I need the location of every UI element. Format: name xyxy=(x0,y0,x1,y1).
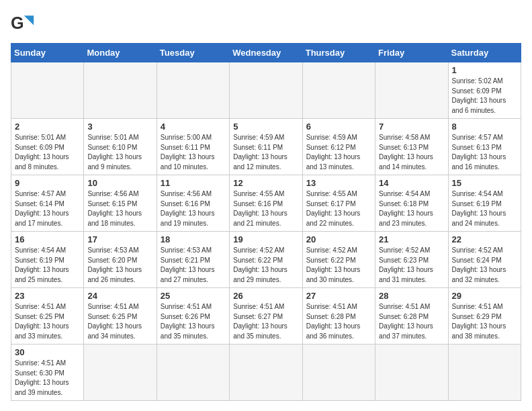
calendar-day-cell xyxy=(11,62,84,119)
day-info: Sunrise: 4:51 AM Sunset: 6:27 PM Dayligh… xyxy=(233,302,298,341)
calendar-day-cell: 2Sunrise: 5:01 AM Sunset: 6:09 PM Daylig… xyxy=(11,119,84,175)
calendar-day-cell: 15Sunrise: 4:54 AM Sunset: 6:19 PM Dayli… xyxy=(448,175,521,232)
svg-marker-1 xyxy=(24,15,34,25)
calendar-week-row: 9Sunrise: 4:57 AM Sunset: 6:14 PM Daylig… xyxy=(11,175,521,232)
day-number: 27 xyxy=(306,291,371,301)
calendar-day-cell: 16Sunrise: 4:54 AM Sunset: 6:19 PM Dayli… xyxy=(11,232,84,288)
day-info: Sunrise: 4:55 AM Sunset: 6:17 PM Dayligh… xyxy=(306,189,371,228)
calendar-day-cell xyxy=(84,345,157,401)
day-number: 11 xyxy=(161,178,226,188)
svg-text:G: G xyxy=(11,13,24,32)
calendar-day-cell: 1Sunrise: 5:02 AM Sunset: 6:09 PM Daylig… xyxy=(448,62,521,119)
calendar-day-cell: 3Sunrise: 5:01 AM Sunset: 6:10 PM Daylig… xyxy=(84,119,157,175)
day-info: Sunrise: 5:02 AM Sunset: 6:09 PM Dayligh… xyxy=(452,77,517,116)
day-number: 24 xyxy=(87,291,152,301)
day-info: Sunrise: 4:51 AM Sunset: 6:25 PM Dayligh… xyxy=(87,302,152,341)
day-info: Sunrise: 5:01 AM Sunset: 6:09 PM Dayligh… xyxy=(15,133,80,172)
weekday-header: Friday xyxy=(375,44,448,62)
calendar-week-row: 2Sunrise: 5:01 AM Sunset: 6:09 PM Daylig… xyxy=(11,119,521,175)
day-info: Sunrise: 4:56 AM Sunset: 6:16 PM Dayligh… xyxy=(161,189,226,228)
day-info: Sunrise: 4:55 AM Sunset: 6:16 PM Dayligh… xyxy=(233,189,298,228)
calendar-header-row: SundayMondayTuesdayWednesdayThursdayFrid… xyxy=(11,44,521,62)
weekday-header: Wednesday xyxy=(230,44,302,62)
calendar-day-cell xyxy=(84,62,157,119)
calendar-day-cell: 19Sunrise: 4:52 AM Sunset: 6:22 PM Dayli… xyxy=(230,232,302,288)
day-info: Sunrise: 4:51 AM Sunset: 6:25 PM Dayligh… xyxy=(15,302,80,341)
day-number: 18 xyxy=(161,234,226,244)
calendar-week-row: 30Sunrise: 4:51 AM Sunset: 6:30 PM Dayli… xyxy=(11,345,521,401)
day-info: Sunrise: 4:58 AM Sunset: 6:13 PM Dayligh… xyxy=(379,133,444,172)
day-info: Sunrise: 4:53 AM Sunset: 6:20 PM Dayligh… xyxy=(87,246,152,285)
day-number: 23 xyxy=(15,291,80,301)
day-number: 28 xyxy=(379,291,444,301)
day-number: 19 xyxy=(233,234,298,244)
calendar-day-cell: 11Sunrise: 4:56 AM Sunset: 6:16 PM Dayli… xyxy=(157,175,229,232)
day-number: 13 xyxy=(306,178,371,188)
calendar-week-row: 16Sunrise: 4:54 AM Sunset: 6:19 PM Dayli… xyxy=(11,232,521,288)
weekday-header: Thursday xyxy=(302,44,375,62)
calendar-day-cell: 30Sunrise: 4:51 AM Sunset: 6:30 PM Dayli… xyxy=(11,345,84,401)
day-number: 22 xyxy=(452,234,517,244)
day-info: Sunrise: 4:52 AM Sunset: 6:23 PM Dayligh… xyxy=(379,246,444,285)
calendar-day-cell xyxy=(448,345,521,401)
calendar-day-cell: 17Sunrise: 4:53 AM Sunset: 6:20 PM Dayli… xyxy=(84,232,157,288)
calendar-day-cell xyxy=(157,62,229,119)
weekday-header: Saturday xyxy=(448,44,521,62)
day-number: 25 xyxy=(161,291,226,301)
day-info: Sunrise: 4:59 AM Sunset: 6:12 PM Dayligh… xyxy=(306,133,371,172)
calendar-week-row: 23Sunrise: 4:51 AM Sunset: 6:25 PM Dayli… xyxy=(11,288,521,345)
calendar-day-cell xyxy=(302,345,375,401)
day-info: Sunrise: 4:52 AM Sunset: 6:22 PM Dayligh… xyxy=(233,246,298,285)
calendar-day-cell xyxy=(375,345,448,401)
day-number: 16 xyxy=(15,234,80,244)
day-number: 20 xyxy=(306,234,371,244)
calendar-day-cell xyxy=(302,62,375,119)
day-info: Sunrise: 5:00 AM Sunset: 6:11 PM Dayligh… xyxy=(161,133,226,172)
page-header: G xyxy=(11,11,521,35)
calendar-day-cell xyxy=(230,345,302,401)
day-info: Sunrise: 4:57 AM Sunset: 6:13 PM Dayligh… xyxy=(452,133,517,172)
calendar-day-cell: 29Sunrise: 4:51 AM Sunset: 6:29 PM Dayli… xyxy=(448,288,521,345)
day-number: 5 xyxy=(233,122,298,132)
day-number: 17 xyxy=(87,234,152,244)
calendar-day-cell: 27Sunrise: 4:51 AM Sunset: 6:28 PM Dayli… xyxy=(302,288,375,345)
calendar-day-cell xyxy=(157,345,229,401)
day-number: 2 xyxy=(15,122,80,132)
day-number: 6 xyxy=(306,122,371,132)
calendar-day-cell xyxy=(230,62,302,119)
calendar-day-cell: 21Sunrise: 4:52 AM Sunset: 6:23 PM Dayli… xyxy=(375,232,448,288)
calendar-day-cell: 6Sunrise: 4:59 AM Sunset: 6:12 PM Daylig… xyxy=(302,119,375,175)
calendar-day-cell: 12Sunrise: 4:55 AM Sunset: 6:16 PM Dayli… xyxy=(230,175,302,232)
calendar-day-cell: 10Sunrise: 4:56 AM Sunset: 6:15 PM Dayli… xyxy=(84,175,157,232)
day-number: 15 xyxy=(452,178,517,188)
day-info: Sunrise: 4:54 AM Sunset: 6:18 PM Dayligh… xyxy=(379,189,444,228)
day-number: 10 xyxy=(87,178,152,188)
day-info: Sunrise: 4:53 AM Sunset: 6:21 PM Dayligh… xyxy=(161,246,226,285)
day-info: Sunrise: 4:54 AM Sunset: 6:19 PM Dayligh… xyxy=(15,246,80,285)
day-number: 7 xyxy=(379,122,444,132)
day-info: Sunrise: 4:51 AM Sunset: 6:26 PM Dayligh… xyxy=(161,302,226,341)
day-info: Sunrise: 4:51 AM Sunset: 6:30 PM Dayligh… xyxy=(15,359,80,398)
day-info: Sunrise: 4:52 AM Sunset: 6:24 PM Dayligh… xyxy=(452,246,517,285)
weekday-header: Sunday xyxy=(11,44,84,62)
day-number: 30 xyxy=(15,347,80,357)
day-info: Sunrise: 4:57 AM Sunset: 6:14 PM Dayligh… xyxy=(15,189,80,228)
logo: G xyxy=(11,11,38,35)
calendar-day-cell: 24Sunrise: 4:51 AM Sunset: 6:25 PM Dayli… xyxy=(84,288,157,345)
calendar-day-cell: 18Sunrise: 4:53 AM Sunset: 6:21 PM Dayli… xyxy=(157,232,229,288)
day-number: 9 xyxy=(15,178,80,188)
calendar-day-cell xyxy=(375,62,448,119)
day-number: 12 xyxy=(233,178,298,188)
calendar-day-cell: 9Sunrise: 4:57 AM Sunset: 6:14 PM Daylig… xyxy=(11,175,84,232)
calendar-week-row: 1Sunrise: 5:02 AM Sunset: 6:09 PM Daylig… xyxy=(11,62,521,119)
day-info: Sunrise: 4:51 AM Sunset: 6:28 PM Dayligh… xyxy=(306,302,371,341)
day-info: Sunrise: 4:51 AM Sunset: 6:28 PM Dayligh… xyxy=(379,302,444,341)
calendar-day-cell: 4Sunrise: 5:00 AM Sunset: 6:11 PM Daylig… xyxy=(157,119,229,175)
day-number: 8 xyxy=(452,122,517,132)
calendar-day-cell: 22Sunrise: 4:52 AM Sunset: 6:24 PM Dayli… xyxy=(448,232,521,288)
day-info: Sunrise: 5:01 AM Sunset: 6:10 PM Dayligh… xyxy=(87,133,152,172)
calendar-table: SundayMondayTuesdayWednesdayThursdayFrid… xyxy=(11,43,521,401)
weekday-header: Tuesday xyxy=(157,44,229,62)
day-number: 26 xyxy=(233,291,298,301)
calendar-day-cell: 13Sunrise: 4:55 AM Sunset: 6:17 PM Dayli… xyxy=(302,175,375,232)
